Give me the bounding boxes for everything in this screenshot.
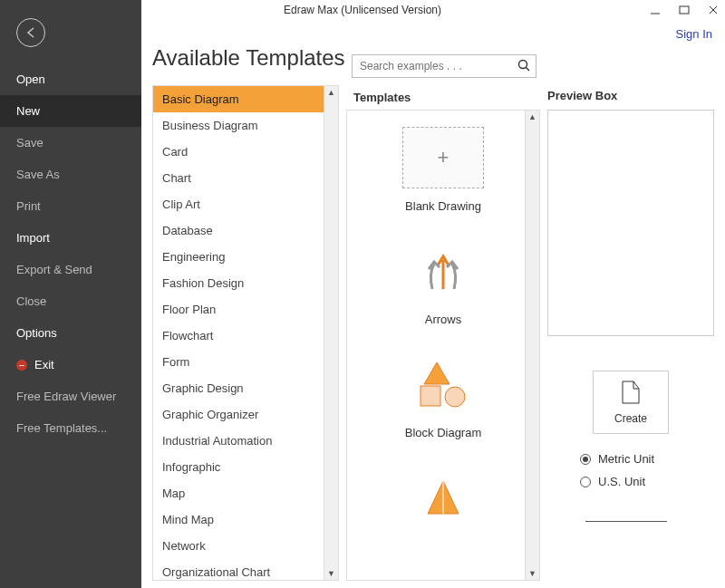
scroll-down-icon[interactable]: ▼ [327,569,335,578]
minimize-button[interactable] [649,4,662,16]
sidebar-item-open[interactable]: Open [0,63,141,95]
sidebar-item-label: Free Edraw Viewer [16,390,116,403]
sidebar-item-label: Free Templates... [16,421,107,435]
unit-label: Metric Unit [598,452,654,466]
close-button[interactable] [707,4,720,16]
arrows-icon [416,244,470,298]
category-item[interactable]: Fashion Design [153,270,338,296]
sidebar-item-close[interactable]: Close [0,285,141,317]
category-item[interactable]: Organizational Chart [153,559,338,581]
category-item[interactable]: Graphic Organizer [153,401,338,428]
svg-rect-1 [680,6,689,14]
category-item[interactable]: Floor Plan [153,296,338,323]
template-thumb [402,353,484,415]
svg-line-5 [527,67,530,71]
sidebar-item-print[interactable]: Print [0,190,141,222]
sidebar-item-label: Print [16,199,41,213]
category-item[interactable]: Engineering [153,244,338,270]
triangle-icon [420,479,466,516]
sidebar-item-label: Close [16,294,46,308]
create-label: Create [614,412,647,425]
unit-label: U.S. Unit [598,475,645,488]
sidebar-item-label: Export & Send [16,263,92,276]
document-icon [621,380,641,405]
unit-radio[interactable]: Metric Unit [580,452,714,466]
templates-scrollbar[interactable]: ▲ ▼ [525,111,539,580]
category-item[interactable]: Basic Diagram [153,86,338,112]
category-item[interactable]: Map [153,480,338,506]
sidebar-item-new[interactable]: New [0,95,141,127]
category-scrollbar[interactable]: ▲ ▼ [324,86,338,580]
preview-column: Preview Box Create Metric UnitU.S. Unit [547,85,714,581]
category-item[interactable]: Flowchart [153,323,338,349]
arrow-left-icon [24,25,38,40]
template-label: Blank Drawing [405,199,481,213]
template-item[interactable]: +Blank Drawing [354,127,532,213]
scroll-down-icon[interactable]: ▼ [528,569,536,578]
divider [585,521,667,522]
preview-title: Preview Box [547,85,714,110]
category-item[interactable]: Clip Art [153,191,338,217]
category-item[interactable]: Graphic Design [153,375,338,401]
sidebar-item-free-templates-[interactable]: Free Templates... [0,412,141,444]
back-button[interactable] [16,18,45,47]
templates-header: Templates [346,85,540,111]
templates-column: Templates +Blank DrawingArrowsBlock Diag… [346,85,540,581]
category-item[interactable]: Mind Map [153,506,338,533]
template-label: Arrows [425,313,461,326]
category-item[interactable]: Card [153,139,338,165]
search-box[interactable] [352,54,536,78]
sidebar-item-label: Options [16,326,57,340]
sidebar-item-label: Save As [16,168,60,181]
plus-icon: + [438,146,450,169]
svg-marker-6 [424,362,450,384]
category-item[interactable]: Infographic [153,454,338,480]
scroll-up-icon[interactable]: ▲ [327,88,335,97]
template-item[interactable]: Arrows [354,240,532,326]
create-button[interactable]: Create [593,371,669,434]
sidebar-item-export-send[interactable]: Export & Send [0,254,141,285]
templates-list: +Blank DrawingArrowsBlock Diagram ▲ ▼ [346,111,540,581]
sidebar-item-import[interactable]: Import [0,222,141,254]
template-label: Block Diagram [405,426,482,439]
category-item[interactable]: Database [153,217,338,244]
radio-icon [580,454,591,465]
template-thumb [402,467,484,528]
category-column: Basic DiagramBusiness DiagramCardChartCl… [152,85,339,581]
sidebar-item-save-as[interactable]: Save As [0,159,141,190]
window-controls [649,0,720,20]
scroll-up-icon[interactable]: ▲ [528,112,536,121]
sidebar-item-label: Save [16,136,44,149]
search-input[interactable] [360,60,517,72]
template-thumb: + [402,127,484,188]
sidebar-item-exit[interactable]: Exit [0,349,141,381]
category-list: Basic DiagramBusiness DiagramCardChartCl… [152,85,339,581]
window-title: Edraw Max (Unlicensed Version) [284,4,441,16]
sidebar-item-save[interactable]: Save [0,127,141,159]
category-item[interactable]: Form [153,349,338,375]
template-item[interactable] [354,467,532,528]
sidebar-item-options[interactable]: Options [0,317,141,349]
sidebar: OpenNewSaveSave AsPrintImportExport & Se… [0,0,141,588]
maximize-button[interactable] [678,4,691,16]
sidebar-item-label: Exit [34,358,54,371]
radio-icon [580,477,591,487]
exit-icon [16,360,27,371]
category-item[interactable]: Network [153,533,338,559]
svg-point-8 [445,387,465,407]
template-item[interactable]: Block Diagram [354,353,532,439]
unit-radios: Metric UnitU.S. Unit [580,452,714,488]
category-item[interactable]: Industrial Automation [153,428,338,454]
sidebar-item-free-edraw-viewer[interactable]: Free Edraw Viewer [0,381,141,412]
sidebar-item-label: New [16,104,40,118]
category-item[interactable]: Chart [153,165,338,191]
search-icon[interactable] [517,59,530,74]
unit-radio[interactable]: U.S. Unit [580,475,714,488]
sidebar-item-label: Import [16,231,50,245]
sidebar-item-label: Open [16,72,45,86]
preview-box [547,110,714,336]
shapes-icon [411,357,475,411]
category-item[interactable]: Business Diagram [153,112,338,139]
template-thumb [402,240,484,302]
svg-rect-7 [420,386,440,406]
